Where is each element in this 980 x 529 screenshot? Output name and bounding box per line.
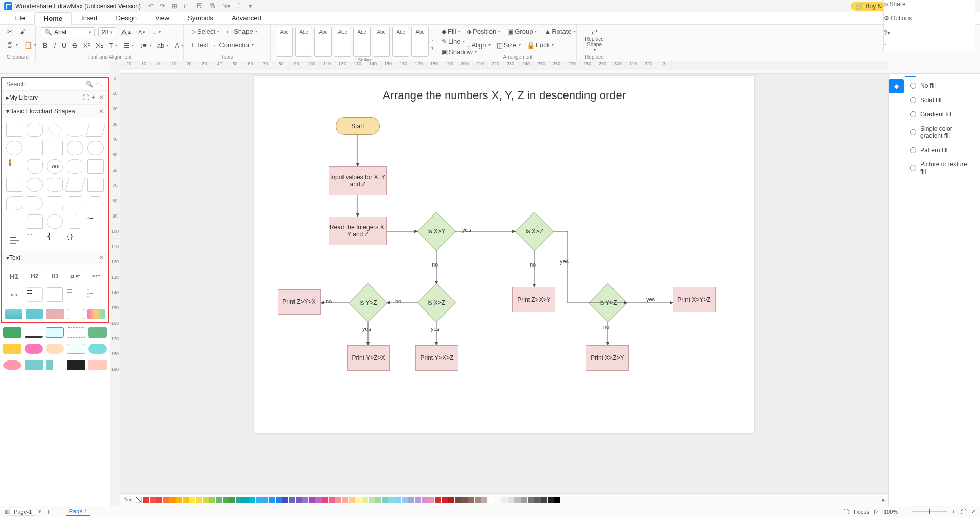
eyedropper-icon[interactable]: ✎▾ (124, 496, 132, 503)
color-swatch[interactable] (282, 497, 288, 503)
thumb-12[interactable] (24, 344, 43, 354)
increase-font-icon[interactable]: A▴ (119, 27, 133, 37)
present-icon[interactable]: ▷ (874, 508, 878, 515)
shape-tool[interactable]: ▭ Shape (225, 27, 259, 36)
gallery-more-icon[interactable]: ▾ (431, 45, 434, 51)
section-close-icon[interactable]: ✕ (99, 108, 104, 115)
shape-circle[interactable] (87, 141, 104, 155)
align-horizontal-icon[interactable]: ≡ (151, 27, 163, 37)
subscript-icon[interactable]: X₂ (94, 41, 105, 51)
color-swatch[interactable] (276, 497, 282, 503)
shape-brace2[interactable]: { } (67, 233, 83, 247)
decrease-font-icon[interactable]: A▾ (136, 28, 148, 36)
page-selector[interactable]: Page-1 (9, 508, 36, 516)
search-icon[interactable]: 🔍 (86, 81, 93, 88)
color-swatch[interactable] (369, 497, 375, 503)
color-swatch[interactable] (242, 497, 249, 503)
color-swatch[interactable] (296, 497, 302, 503)
color-swatch[interactable] (150, 497, 156, 503)
text-10pt[interactable]: 10 PT (87, 269, 104, 283)
import-icon[interactable]: ⇩ (237, 2, 242, 10)
fit-page-icon[interactable]: ⛶ (961, 509, 966, 515)
focus-label[interactable]: Focus (854, 509, 869, 515)
lib-expand-icon[interactable]: ⛶ (83, 94, 89, 101)
page-tab[interactable]: Page-1 (66, 507, 90, 516)
color-swatch[interactable] (481, 497, 487, 503)
text-12pt[interactable]: 12 PT (67, 269, 83, 283)
save-icon[interactable]: 🖫 (196, 2, 203, 10)
color-swatch[interactable] (362, 497, 368, 503)
color-swatch[interactable] (435, 497, 441, 503)
select-tool[interactable]: ▷ Select (189, 27, 222, 36)
shape-document[interactable] (67, 123, 83, 137)
new-icon[interactable]: ⊞ (172, 2, 177, 10)
color-swatch[interactable] (183, 497, 189, 503)
text-block1[interactable]: ▬▬▬▬ (27, 287, 43, 302)
node-input[interactable]: Input values for X, Y and Z (329, 166, 387, 195)
menu-insert[interactable]: Insert (72, 12, 107, 24)
replace-caret[interactable]: ▾ (594, 47, 596, 52)
color-swatch[interactable] (315, 497, 322, 503)
cut-icon[interactable]: ✂ (5, 27, 15, 36)
text-h3[interactable]: H3 (47, 269, 63, 283)
lib-add-icon[interactable]: + (92, 94, 95, 101)
canvas-scroll[interactable]: Arrange the numbers X, Y, Z in descendin… (120, 70, 888, 493)
color-swatch[interactable] (302, 497, 308, 503)
color-swatch[interactable] (422, 497, 428, 503)
color-swatch[interactable] (289, 497, 295, 503)
color-swatch[interactable] (262, 497, 268, 503)
bold-icon[interactable]: B (41, 41, 50, 51)
color-swatch[interactable] (514, 497, 521, 503)
thumb-15[interactable] (88, 344, 107, 354)
color-swatch[interactable] (375, 497, 381, 503)
shape-connector[interactable] (27, 178, 43, 192)
text-block2[interactable] (47, 287, 63, 302)
shape-line[interactable] (6, 222, 22, 222)
color-swatch[interactable] (554, 497, 560, 503)
color-swatch[interactable] (249, 497, 255, 503)
opt-picture[interactable]: Picture or texture fill (910, 161, 974, 175)
collapse-ribbon-icon[interactable]: ˄ (884, 43, 975, 51)
color-swatch[interactable] (521, 497, 527, 503)
color-swatch[interactable] (322, 497, 328, 503)
zoom-out-icon[interactable]: − (903, 509, 906, 515)
menu-home[interactable]: Home (34, 12, 72, 25)
node-d5[interactable]: Is Y>Z (589, 283, 627, 322)
color-swatch[interactable] (309, 497, 315, 503)
color-swatch[interactable] (415, 497, 421, 503)
color-swatch[interactable] (349, 497, 355, 503)
thumb-19[interactable] (67, 360, 85, 370)
superscript-icon[interactable]: X² (81, 41, 92, 51)
connector-tool[interactable]: ⌐ Connector (212, 40, 256, 50)
add-page-icon[interactable]: + (46, 508, 51, 516)
shape-brace[interactable]: ⎨ (47, 233, 63, 247)
thumb-8[interactable] (46, 327, 64, 338)
nofill-swatch[interactable] (136, 497, 142, 503)
replace-shape-icon[interactable]: ⇄ (591, 27, 598, 36)
copy-icon[interactable]: 🗐 (5, 40, 20, 50)
color-swatch[interactable] (528, 497, 534, 503)
thumb-16[interactable] (3, 360, 21, 370)
menu-design[interactable]: Design (107, 12, 146, 24)
shape-hex[interactable] (87, 196, 104, 210)
rotate-menu[interactable]: ▲ Rotate (542, 27, 577, 36)
color-swatch[interactable] (223, 497, 229, 503)
thumb-17[interactable] (24, 360, 43, 370)
options-button[interactable]: ⚙ Options (884, 15, 975, 22)
thumb-6[interactable] (3, 327, 21, 338)
color-swatch[interactable] (163, 497, 169, 503)
color-swatch[interactable] (236, 497, 242, 503)
color-swatch[interactable] (442, 497, 448, 503)
text-list[interactable]: • —• —• — (87, 287, 104, 302)
gallery-up-icon[interactable]: ˄ (431, 33, 434, 38)
line-spacing-icon[interactable]: ↕≡ (138, 41, 153, 51)
color-swatch[interactable] (488, 497, 494, 503)
shape-cylinder[interactable] (47, 178, 63, 192)
shape-predef[interactable] (27, 141, 43, 155)
thumb-4[interactable] (67, 309, 84, 319)
position-menu[interactable]: ⬗ Position (464, 27, 502, 36)
focus-icon[interactable]: ⛶ (843, 509, 849, 515)
shape-rect[interactable] (6, 123, 22, 137)
thumb-1[interactable] (5, 309, 22, 319)
color-swatch[interactable] (388, 497, 395, 503)
